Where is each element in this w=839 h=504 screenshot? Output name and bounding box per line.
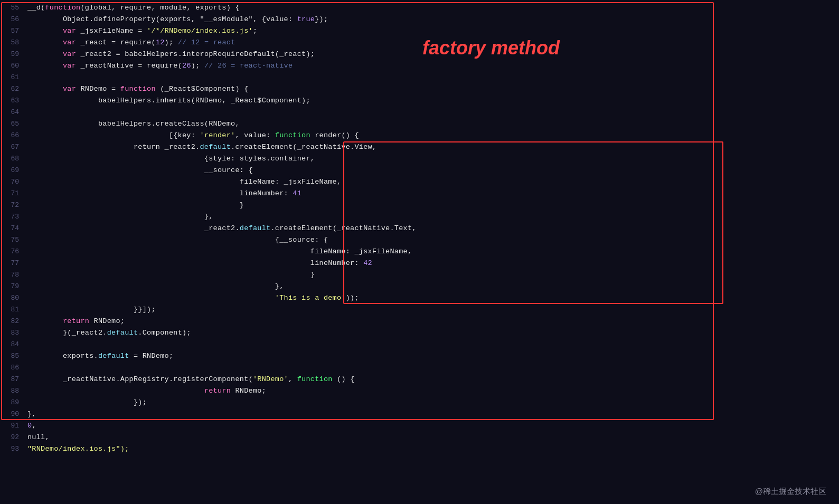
line-number: 88 [0,385,27,397]
line-number: 61 [0,72,27,83]
line-66: 66 [{key: 'render', value: function rend… [0,130,839,141]
line-number: 90 [0,408,27,420]
line-85: 85 exports.default = RNDemo; [0,350,839,362]
line-code: {__source: { [27,234,839,246]
line-65: 65 babelHelpers.createClass(RNDemo, [0,118,839,130]
line-code: }}]); [27,304,839,316]
line-67: 67 return _react2.default.createElement(… [0,141,839,153]
line-number: 57 [0,25,27,37]
line-number: 75 [0,234,27,246]
line-code: } [27,269,839,281]
line-code: "RNDemo/index.ios.js"); [27,443,839,455]
line-code: return RNDemo; [27,316,839,327]
line-code: 'This is a demo')); [27,292,839,304]
line-number: 82 [0,316,27,327]
code-container: 55__d(function(global, require, module, … [0,0,839,504]
line-code: {style: styles.container, [27,153,839,165]
line-63: 63 babelHelpers.inherits(RNDemo, _React$… [0,95,839,107]
line-82: 82 return RNDemo; [0,316,839,327]
line-code: exports.default = RNDemo; [27,350,839,362]
line-59: 59 var _react2 = babelHelpers.interopReq… [0,49,839,60]
line-90: 90}, [0,408,839,420]
line-code: babelHelpers.createClass(RNDemo, [27,118,839,130]
line-88: 88 return RNDemo; [0,385,839,397]
line-number: 77 [0,258,27,269]
line-number: 72 [0,199,27,211]
line-81: 81 }}]); [0,304,839,316]
line-number: 92 [0,432,27,443]
line-number: 64 [0,107,27,118]
line-75: 75 {__source: { [0,234,839,246]
line-number: 87 [0,374,27,385]
line-number: 85 [0,350,27,362]
line-84: 84 [0,339,839,350]
line-number: 80 [0,292,27,304]
line-62: 62 var RNDemo = function (_React$Compone… [0,83,839,95]
line-71: 71 lineNumber: 41 [0,188,839,199]
line-69: 69 __source: { [0,165,839,176]
line-number: 84 [0,339,27,350]
line-code: var _reactNative = require(26); // 26 = … [27,60,839,72]
line-code: return RNDemo; [27,385,839,397]
line-code: 0, [27,420,839,432]
line-83: 83 }(_react2.default.Component); [0,327,839,339]
line-89: 89 }); [0,397,839,408]
line-code [27,339,839,350]
line-code [27,362,839,374]
line-code: babelHelpers.inherits(RNDemo, _React$Com… [27,95,839,107]
line-code: }, [27,211,839,223]
line-code: Object.defineProperty(exports, "__esModu… [27,14,839,25]
line-number: 79 [0,281,27,292]
line-number: 83 [0,327,27,339]
line-number: 62 [0,83,27,95]
line-number: 66 [0,130,27,141]
line-number: 59 [0,49,27,60]
line-87: 87 _reactNative.AppRegistry.registerComp… [0,374,839,385]
line-code [27,72,839,83]
line-77: 77 lineNumber: 42 [0,258,839,269]
watermark: @稀土掘金技术社区 [755,487,826,497]
line-number: 67 [0,141,27,153]
line-code: _react2.default.createElement(_reactNati… [27,223,839,234]
line-code: }, [27,281,839,292]
line-number: 93 [0,443,27,455]
line-92: 92null, [0,432,839,443]
line-57: 57 var _jsxFileName = '/*/RNDemo/index.i… [0,25,839,37]
line-number: 91 [0,420,27,432]
line-code: [{key: 'render', value: function render(… [27,130,839,141]
line-61: 61 [0,72,839,83]
line-number: 71 [0,188,27,199]
line-code: } [27,199,839,211]
line-number: 78 [0,269,27,281]
line-number: 86 [0,362,27,374]
line-68: 68 {style: styles.container, [0,153,839,165]
line-93: 93"RNDemo/index.ios.js"); [0,443,839,455]
line-number: 76 [0,246,27,258]
line-number: 65 [0,118,27,130]
line-code: }(_react2.default.Component); [27,327,839,339]
line-code: null, [27,432,839,443]
line-55: 55__d(function(global, require, module, … [0,2,839,14]
line-code: __d(function(global, require, module, ex… [27,2,839,14]
line-number: 81 [0,304,27,316]
line-number: 69 [0,165,27,176]
line-number: 58 [0,37,27,49]
line-code: }, [27,408,839,420]
line-code: }); [27,397,839,408]
line-number: 63 [0,95,27,107]
line-code: lineNumber: 42 [27,258,839,269]
line-86: 86 [0,362,839,374]
line-number: 73 [0,211,27,223]
line-58: 58 var _react = require(12); // 12 = rea… [0,37,839,49]
line-number: 70 [0,176,27,188]
line-60: 60 var _reactNative = require(26); // 26… [0,60,839,72]
line-number: 55 [0,2,27,14]
line-64: 64 [0,107,839,118]
line-code [27,107,839,118]
line-78: 78 } [0,269,839,281]
line-91: 910, [0,420,839,432]
line-code: _reactNative.AppRegistry.registerCompone… [27,374,839,385]
line-number: 68 [0,153,27,165]
line-79: 79 }, [0,281,839,292]
line-56: 56 Object.defineProperty(exports, "__esM… [0,14,839,25]
